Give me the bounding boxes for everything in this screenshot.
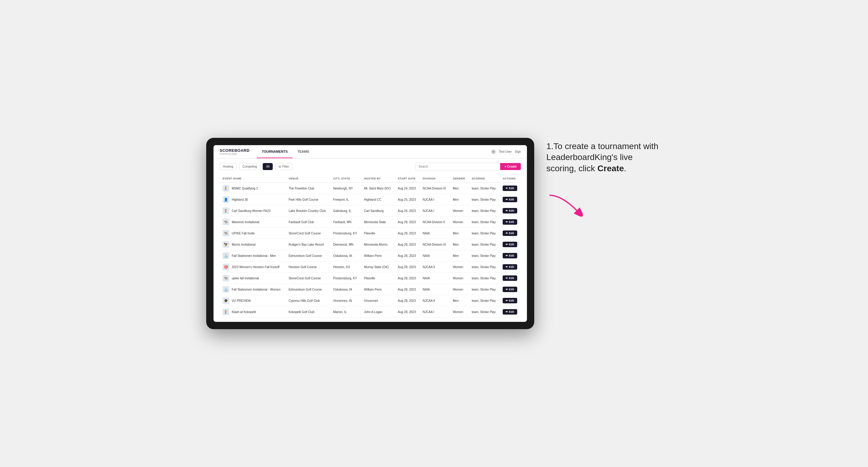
create-button[interactable]: + Create (500, 163, 521, 170)
cell-date: Aug 24, 2023 (395, 183, 420, 194)
cell-scoring: team, Stroke Play (469, 250, 500, 261)
table-row: 🏌 Carl Sandburg Women FA23 Lake Bracken … (220, 205, 521, 217)
event-cell: ⚓ Fall Statesmen Invitational - Men (223, 252, 282, 259)
edit-button[interactable]: ✏ Edit (503, 208, 517, 214)
cell-venue: Cypress Hills Golf Club (285, 295, 330, 306)
cell-division: NJCAA I (420, 194, 450, 205)
cell-division: NCAA Division III (420, 183, 450, 194)
col-event-name: EVENT NAME (220, 175, 285, 183)
edit-button[interactable]: ✏ Edit (503, 264, 517, 270)
cell-event-name: 🦅 Morris Invitational (220, 239, 285, 250)
tab-teams[interactable]: TEAMS (292, 145, 314, 158)
edit-button[interactable]: ✏ Edit (503, 298, 517, 303)
annotation-highlight: Create (597, 164, 624, 173)
cell-event-name: 🐃 upike fall invitational (220, 273, 285, 284)
cell-hosted: Minnesota-Morris (361, 239, 395, 250)
nav-tabs: TOURNAMENTS TEAMS (257, 145, 314, 158)
search-input[interactable] (415, 163, 500, 170)
cell-venue: Faribault Golf Club (285, 217, 330, 228)
cell-city: Oskaloosa, IA (330, 250, 361, 261)
hosting-button[interactable]: Hosting (220, 163, 237, 170)
edit-button[interactable]: ✏ Edit (503, 197, 517, 202)
event-name-text: MSMC Qualifying 1 (232, 187, 258, 190)
tab-tournaments[interactable]: TOURNAMENTS (257, 145, 292, 158)
sign-label[interactable]: Sign (515, 150, 521, 153)
event-cell: 🐃 Maverick Invitational (223, 219, 282, 225)
edit-button[interactable]: ✏ Edit (503, 253, 517, 258)
cell-actions: ✏ Edit (500, 183, 521, 194)
edit-button[interactable]: ✏ Edit (503, 186, 517, 191)
edit-button[interactable]: ✏ Edit (503, 309, 517, 315)
cell-event-name: 🏌 Klash at Kokopelli (220, 306, 285, 318)
cell-event-name: 🎓 VU PREVIEW (220, 295, 285, 306)
event-name-text: Fall Statesmen Invitational - Women (232, 288, 280, 291)
cell-hosted: Mt. Saint Mary (NY) (361, 183, 395, 194)
cell-hosted: Murray State (OK) (361, 261, 395, 273)
cell-hosted: Pikeville (361, 228, 395, 239)
event-icon: 🐃 (223, 219, 229, 225)
cell-hosted: Pikeville (361, 273, 395, 284)
annotation-part2: . (624, 164, 626, 173)
cell-date: Aug 28, 2023 (395, 295, 420, 306)
all-button[interactable]: All (263, 163, 273, 170)
cell-gender: Men (450, 194, 469, 205)
col-scoring: SCORING (469, 175, 500, 183)
cell-venue: Kokopelli Golf Club (285, 306, 330, 318)
cell-actions: ✏ Edit (500, 205, 521, 217)
cell-division: NAIA (420, 273, 450, 284)
cell-gender: Women (450, 273, 469, 284)
table-row: 🏌 MSMC Qualifying 1 The Powelton Club Ne… (220, 183, 521, 194)
col-hosted-by: HOSTED BY (361, 175, 395, 183)
event-icon: 🎯 (223, 263, 229, 270)
table-row: 🐃 Maverick Invitational Faribault Golf C… (220, 217, 521, 228)
search-bar: + Create (415, 163, 521, 170)
gear-icon[interactable]: ⚙ (491, 149, 496, 154)
event-icon: ⚓ (223, 252, 229, 259)
cell-venue: Lake Bracken Country Club (285, 205, 330, 217)
event-cell: 🏌 MSMC Qualifying 1 (223, 185, 282, 192)
filter-icon: ⊟ (279, 165, 281, 168)
cell-hosted: Minnesota State (361, 217, 395, 228)
event-name-text: Morris Invitational (232, 243, 255, 246)
events-table: EVENT NAME VENUE CITY, STATE HOSTED BY S… (220, 175, 521, 318)
cell-event-name: ⚓ Fall Statesmen Invitational - Women (220, 284, 285, 295)
cell-gender: Men (450, 250, 469, 261)
event-cell: 🐃 UPIKE Fall Invite (223, 230, 282, 237)
event-name-text: UPIKE Fall Invite (232, 232, 255, 235)
cell-gender: Men (450, 228, 469, 239)
edit-button[interactable]: ✏ Edit (503, 275, 517, 281)
cell-scoring: team, Stroke Play (469, 306, 500, 318)
annotation-arrow (546, 192, 583, 217)
cell-scoring: team, Stroke Play (469, 295, 500, 306)
logo-text: SCOREBOARD (220, 149, 250, 152)
table-row: 🎓 VU PREVIEW Cypress Hills Golf Club Vin… (220, 295, 521, 306)
edit-button[interactable]: ✏ Edit (503, 219, 517, 225)
edit-button[interactable]: ✏ Edit (503, 287, 517, 292)
edit-button[interactable]: ✏ Edit (503, 242, 517, 247)
cell-scoring: team, Stroke Play (469, 261, 500, 273)
toolbar: Hosting Competing All ⊟ Filter + Create (220, 163, 521, 170)
event-icon: 👤 (223, 196, 229, 203)
cell-venue: Ruttger's Bay Lake Resort (285, 239, 330, 250)
filter-button[interactable]: ⊟ Filter (275, 163, 292, 170)
competing-button[interactable]: Competing (239, 163, 260, 170)
cell-city: Faribault, MN (330, 217, 361, 228)
cell-city: Deerwood, MN (330, 239, 361, 250)
cell-division: NJCAA I (420, 306, 450, 318)
cell-division: NAIA (420, 250, 450, 261)
edit-button[interactable]: ✏ Edit (503, 230, 517, 236)
cell-division: NJCAA I (420, 205, 450, 217)
event-cell: 🏌 Klash at Kokopelli (223, 309, 282, 315)
cell-gender: Men (450, 239, 469, 250)
cell-actions: ✏ Edit (500, 306, 521, 318)
cell-city: Newburgh, NY (330, 183, 361, 194)
cell-actions: ✏ Edit (500, 284, 521, 295)
event-name-text: Highland 36 (232, 198, 248, 201)
cell-venue: Park Hills Golf Course (285, 194, 330, 205)
cell-city: Oskaloosa, IA (330, 284, 361, 295)
cell-division: NAIA (420, 228, 450, 239)
cell-division: NJCAA II (420, 261, 450, 273)
top-nav: SCOREBOARD Powered by clippit TOURNAMENT… (214, 145, 527, 158)
filter-label: Filter (282, 165, 289, 168)
event-icon: 🏌 (223, 207, 229, 214)
